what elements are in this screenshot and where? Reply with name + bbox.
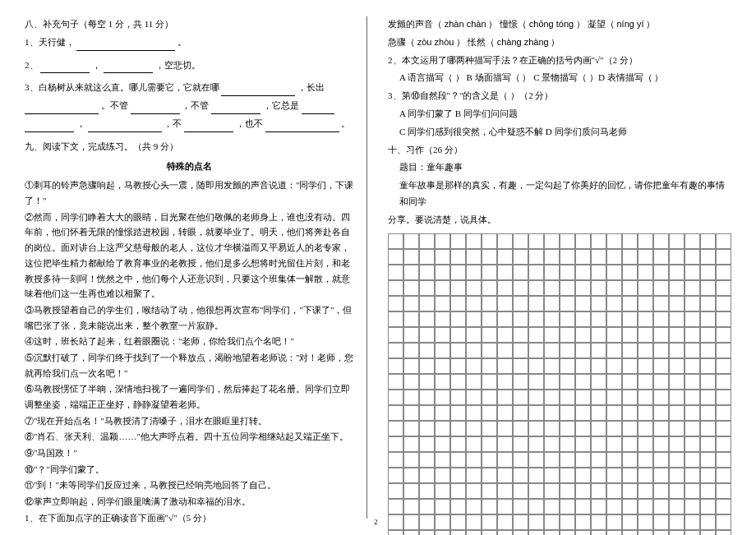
grid-cell [591,452,606,468]
grid-cell [653,452,669,468]
grid-cell [575,499,591,514]
grid-cell [482,405,497,421]
grid-cell [685,296,700,311]
grid-cell [466,530,482,535]
text: ） [551,37,560,47]
grid-cell [403,343,419,358]
grid-cell [497,514,513,530]
grid-cell [638,483,653,499]
grid-cell [622,233,638,249]
grid-cell [388,280,403,296]
grid-cell [435,468,450,483]
grid-cell [591,280,606,296]
grid-cell [450,358,466,374]
grid-cell [419,358,435,374]
grid-cell [716,421,731,436]
grid-cell [450,421,466,436]
grid-cell [513,452,528,468]
grid-cell [403,358,419,374]
grid-cell [544,514,560,530]
para-10: ⑩"？"同学们蒙了。 [25,462,354,477]
grid-cell [638,499,653,514]
grid-cell [528,452,544,468]
grid-cell [575,311,591,327]
grid-cell [560,265,575,280]
grid-cell [513,436,528,452]
grid-cell [575,296,591,311]
blank [184,121,233,132]
grid-cell [450,311,466,327]
grid-cell [419,436,435,452]
grid-cell [544,499,560,514]
grid-cell [435,311,450,327]
grid-cell [653,296,669,311]
grid-cell [669,358,685,374]
grid-cell [716,405,731,421]
blank [221,85,295,96]
grid-cell [419,296,435,311]
grid-cell [450,374,466,390]
grid-cell [685,374,700,390]
grid-cell [513,468,528,483]
grid-cell [575,421,591,436]
grid-cell [622,249,638,265]
pinyin-zhan-chan: zhàn chàn [445,19,486,29]
grid-cell [403,499,419,514]
grid-cell [700,249,716,265]
grid-row [388,468,731,483]
grid-cell [403,468,419,483]
grid-cell [528,249,544,265]
grid-cell [466,390,482,405]
q9-2-options: A 语言描写（ ） B 场面描写（ ） C 景物描写（ ）D 表情描写（ ） [399,70,731,86]
grid-cell [560,483,575,499]
grid-cell [544,296,560,311]
grid-cell [450,483,466,499]
grid-cell [716,390,731,405]
grid-cell [669,390,685,405]
grid-cell [591,421,606,436]
grid-cell [544,311,560,327]
grid-cell [622,483,638,499]
grid-cell [638,343,653,358]
grid-cell [700,405,716,421]
grid-cell [575,405,591,421]
para-1: ①刺耳的铃声急骤响起，马教授心头一震，随即用发颤的声音说道："同学们，下课了！" [25,178,354,208]
q8-3-text6: ，不 [164,118,182,128]
grid-cell [482,374,497,390]
grid-row [388,249,731,265]
grid-cell [622,499,638,514]
grid-cell [482,468,497,483]
grid-cell [528,390,544,405]
q8-3-text4: ，不管 [182,100,209,110]
blank [104,62,153,73]
grid-cell [669,530,685,535]
grid-cell [700,233,716,249]
q8-3-text5: ，它总是 [263,100,299,110]
grid-cell [669,280,685,296]
grid-cell [435,343,450,358]
grid-cell [653,249,669,265]
grid-cell [497,311,513,327]
grid-cell [716,327,731,343]
grid-cell [606,483,622,499]
grid-cell [466,452,482,468]
grid-cell [466,405,482,421]
grid-cell [606,249,622,265]
grid-cell [513,390,528,405]
grid-cell [482,296,497,311]
grid-cell [685,499,700,514]
grid-cell [700,483,716,499]
grid-cell [497,468,513,483]
grid-cell [653,483,669,499]
grid-cell [685,343,700,358]
grid-cell [653,374,669,390]
grid-cell [685,483,700,499]
grid-cell [419,499,435,514]
para-2: ②然而，同学们睁着大大的眼睛，目光聚在他们敬佩的老师身上，谁也没有动。四年前，他… [25,210,354,302]
grid-cell [716,530,731,535]
grid-cell [606,265,622,280]
comma: ， [92,60,101,70]
grid-cell [450,233,466,249]
page-number: 2 [374,515,378,528]
grid-cell [497,483,513,499]
